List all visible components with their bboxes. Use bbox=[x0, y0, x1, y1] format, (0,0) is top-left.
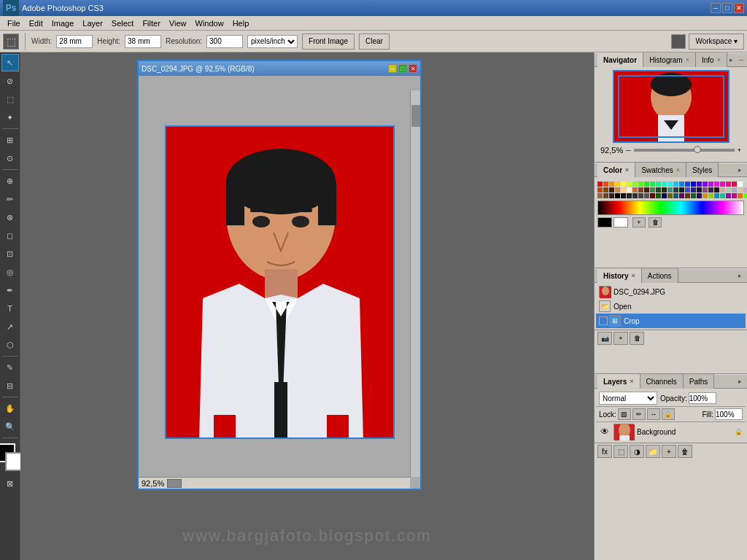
tool-eyedropper[interactable]: ⊙ bbox=[1, 149, 19, 167]
color-close[interactable]: × bbox=[625, 166, 629, 174]
swatch-cell[interactable] bbox=[667, 182, 673, 187]
tool-type[interactable]: T bbox=[1, 300, 19, 317]
tool-brush[interactable]: ✏ bbox=[1, 190, 19, 208]
tool-heal[interactable]: ⊕ bbox=[1, 172, 19, 190]
color-menu-btn[interactable]: ▸ bbox=[736, 166, 744, 174]
swatch-cell[interactable] bbox=[667, 187, 673, 192]
layer-adjustment-btn[interactable]: ◑ bbox=[630, 445, 644, 458]
history-close[interactable]: × bbox=[631, 272, 635, 279]
tab-channels[interactable]: Channels bbox=[640, 374, 684, 389]
layer-background[interactable]: 👁 Background 🔒 bbox=[596, 422, 746, 441]
tool-pen[interactable]: ✒ bbox=[1, 281, 19, 299]
swatch-cell[interactable] bbox=[638, 187, 643, 192]
resolution-unit-select[interactable]: pixels/inch bbox=[247, 35, 298, 48]
swatch-cell[interactable] bbox=[644, 187, 649, 192]
swatch-cell[interactable] bbox=[662, 182, 667, 187]
tool-eraser[interactable]: ◻ bbox=[1, 227, 19, 244]
swatch-cell[interactable] bbox=[720, 193, 725, 198]
clear-button[interactable]: Clear bbox=[359, 34, 390, 50]
swatch-cell[interactable] bbox=[679, 193, 684, 198]
swatch-cell[interactable] bbox=[726, 187, 731, 192]
swatch-cell[interactable] bbox=[679, 187, 684, 192]
swatch-cell[interactable] bbox=[673, 182, 678, 187]
layer-fx-btn[interactable]: fx bbox=[597, 445, 612, 458]
swatch-cell[interactable] bbox=[726, 182, 731, 187]
fg-swatch[interactable] bbox=[597, 217, 612, 228]
swatch-cell[interactable] bbox=[638, 182, 643, 187]
lock-paint-btn[interactable]: ✏ bbox=[632, 408, 646, 420]
swatch-cell[interactable] bbox=[685, 187, 690, 192]
swatch-cell[interactable] bbox=[732, 182, 737, 187]
swatch-cell[interactable] bbox=[667, 193, 673, 198]
tab-paths[interactable]: Paths bbox=[684, 374, 715, 389]
fill-input[interactable] bbox=[715, 408, 743, 420]
width-input[interactable] bbox=[56, 35, 93, 48]
tool-crop[interactable]: ⊞ bbox=[1, 131, 19, 149]
swatch-cell[interactable] bbox=[650, 193, 655, 198]
doc-close-button[interactable]: ✕ bbox=[409, 64, 417, 73]
menu-edit[interactable]: Edit bbox=[25, 18, 47, 29]
swatch-cell[interactable] bbox=[650, 182, 655, 187]
swatch-cell[interactable] bbox=[656, 187, 661, 192]
histogram-close[interactable]: × bbox=[686, 56, 689, 63]
tool-gradient[interactable]: ⊡ bbox=[1, 245, 19, 262]
tab-navigator[interactable]: Navigator bbox=[597, 52, 643, 67]
swatch-cell[interactable] bbox=[597, 193, 603, 198]
swatch-cell[interactable] bbox=[603, 187, 608, 192]
swatch-cell[interactable] bbox=[738, 187, 743, 192]
swatch-cell[interactable] bbox=[644, 193, 649, 198]
layer-eye-icon[interactable]: 👁 bbox=[599, 426, 611, 438]
tool-screen-mode[interactable]: ⊠ bbox=[1, 475, 19, 492]
swatch-cell[interactable] bbox=[650, 187, 655, 192]
swatch-cell[interactable] bbox=[732, 187, 737, 192]
tool-path-select[interactable]: ↗ bbox=[1, 318, 19, 335]
swatch-cell[interactable] bbox=[720, 182, 725, 187]
menu-image[interactable]: Image bbox=[47, 18, 79, 29]
swatch-cell[interactable] bbox=[627, 182, 632, 187]
tool-notes[interactable]: ✎ bbox=[1, 359, 19, 376]
resolution-input[interactable] bbox=[206, 35, 243, 48]
swatch-cell[interactable] bbox=[703, 193, 708, 198]
history-menu-btn[interactable]: ▸ bbox=[736, 271, 744, 280]
layer-mask-btn[interactable]: ⬚ bbox=[614, 445, 628, 458]
swatch-cell[interactable] bbox=[714, 187, 719, 192]
swatch-cell[interactable] bbox=[615, 182, 620, 187]
lock-all-btn[interactable]: 🔒 bbox=[662, 408, 675, 420]
tool-zoom[interactable]: 🔍 bbox=[1, 418, 19, 435]
swatch-cell[interactable] bbox=[603, 193, 608, 198]
history-delete-btn[interactable]: 🗑 bbox=[630, 332, 644, 345]
swatch-cell[interactable] bbox=[691, 182, 696, 187]
swatch-cell[interactable] bbox=[632, 193, 638, 198]
tool-stamp[interactable]: ⊗ bbox=[1, 209, 19, 226]
swatch-cell[interactable] bbox=[597, 187, 603, 192]
history-snapshot-btn[interactable]: 📷 bbox=[597, 332, 612, 345]
new-swatch-btn[interactable]: + bbox=[632, 217, 646, 228]
swatch-cell[interactable] bbox=[720, 187, 725, 192]
navigator-menu-btn[interactable]: ▸ bbox=[727, 55, 735, 64]
vertical-scrollbar[interactable] bbox=[410, 90, 420, 477]
swatch-cell[interactable] bbox=[697, 182, 702, 187]
swatch-cell[interactable] bbox=[726, 193, 731, 198]
tool-shape[interactable]: ⬡ bbox=[1, 336, 19, 354]
minimize-button[interactable]: ─ bbox=[711, 3, 721, 13]
swatch-cell[interactable] bbox=[697, 187, 702, 192]
swatch-cell[interactable] bbox=[732, 193, 737, 198]
swatch-cell[interactable] bbox=[638, 193, 643, 198]
info-close[interactable]: × bbox=[717, 56, 721, 63]
swatch-cell[interactable] bbox=[621, 193, 626, 198]
tab-history[interactable]: History × bbox=[597, 268, 642, 283]
maximize-button[interactable]: □ bbox=[722, 3, 732, 13]
swatch-cell[interactable] bbox=[743, 193, 747, 198]
bg-swatch[interactable] bbox=[614, 217, 628, 228]
opacity-input[interactable] bbox=[689, 392, 716, 404]
swatch-cell[interactable] bbox=[632, 187, 638, 192]
swatch-cell[interactable] bbox=[738, 182, 743, 187]
close-button[interactable]: ✕ bbox=[734, 3, 744, 13]
tool-measure[interactable]: ⊟ bbox=[1, 377, 19, 394]
tool-magic-wand[interactable]: ✦ bbox=[1, 109, 19, 126]
tab-swatches[interactable]: Swatches × bbox=[635, 163, 686, 177]
tool-dodge[interactable]: ◎ bbox=[1, 263, 19, 281]
menu-layer[interactable]: Layer bbox=[78, 18, 107, 29]
swatch-cell[interactable] bbox=[738, 193, 743, 198]
swatch-cell[interactable] bbox=[627, 187, 632, 192]
